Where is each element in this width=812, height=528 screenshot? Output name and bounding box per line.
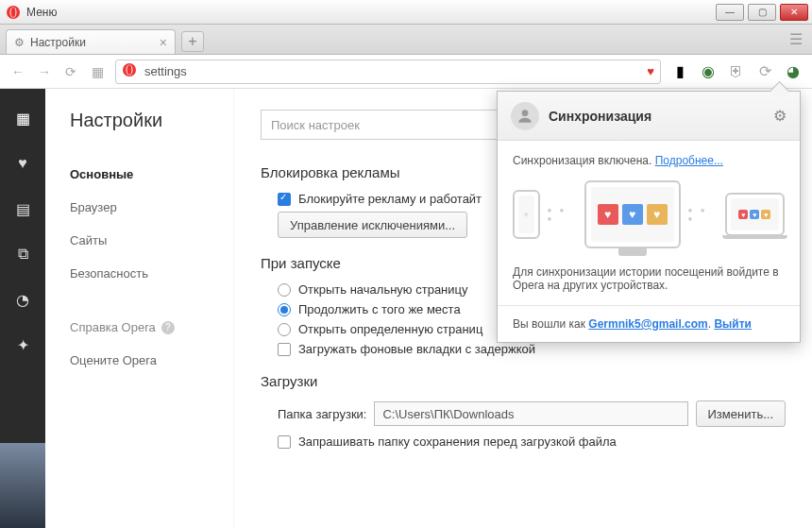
- sync-status-line: Синхронизация включена. Подробнее...: [513, 154, 785, 167]
- extension-icon-2[interactable]: ◉: [699, 62, 718, 81]
- window-close-button[interactable]: ✕: [780, 4, 808, 21]
- download-ask-row[interactable]: Запрашивать папку сохранения перед загру…: [278, 434, 786, 449]
- tab-settings[interactable]: ⚙ Настройки ×: [6, 29, 176, 54]
- startup-opt3-label: Открыть определенную страниц: [298, 322, 482, 336]
- checkbox-ask-download[interactable]: [278, 435, 291, 449]
- rail-bookmarks-icon[interactable]: ♥: [12, 153, 33, 174]
- opera-logo-icon[interactable]: [4, 3, 23, 22]
- url-text: settings: [144, 64, 187, 78]
- heart-icon: ♥: [750, 210, 759, 219]
- tab-menu-icon[interactable]: ☰: [789, 30, 803, 48]
- help-icon: ?: [161, 321, 175, 334]
- heart-icon: ♥: [738, 210, 748, 219]
- signed-in-as-text: Вы вошли как: [513, 317, 585, 331]
- search-placeholder: Поиск настроек: [271, 118, 360, 132]
- rail-extensions-icon[interactable]: ✦: [12, 334, 33, 355]
- adblock-checkbox[interactable]: [278, 193, 291, 206]
- sync-hint-text: Для синхронизации истории посещений войд…: [513, 265, 785, 292]
- download-path-row: Папка загрузки: Изменить...: [278, 400, 786, 427]
- help-label: Справка Opera: [70, 320, 156, 334]
- svg-point-2: [11, 8, 16, 17]
- sidebar-item-basic[interactable]: Основные: [70, 158, 233, 191]
- rail-tabs-icon[interactable]: ⧉: [12, 244, 33, 264]
- address-bar[interactable]: settings ♥: [115, 60, 661, 84]
- download-path-label: Папка загрузки:: [278, 407, 366, 421]
- dots-icon: ● ● ●: [688, 206, 718, 223]
- bookmark-heart-icon[interactable]: ♥: [647, 64, 654, 78]
- rail-history-icon[interactable]: ◔: [12, 289, 33, 310]
- tab-title: Настройки: [30, 36, 86, 49]
- radio-continue[interactable]: [278, 303, 291, 316]
- back-button[interactable]: ←: [9, 63, 26, 80]
- extension-icon-3[interactable]: ⛨: [727, 62, 746, 81]
- settings-sidebar: Настройки Основные Браузер Сайты Безопас…: [45, 89, 234, 528]
- new-tab-button[interactable]: +: [181, 31, 204, 52]
- laptop-icon: ♥ ♥ ♥: [725, 193, 785, 236]
- dots-icon: ● ● ●: [548, 206, 577, 223]
- sync-popover-header: Синхронизация ⚙: [498, 92, 800, 141]
- tab-strip: ⚙ Настройки × + ☰: [0, 25, 812, 55]
- rail-speed-dial-icon[interactable]: ▦: [12, 108, 33, 128]
- monitor-icon: ♥ ♥ ♥: [584, 180, 681, 248]
- sidebar-item-security[interactable]: Безопасность: [70, 257, 233, 290]
- window-titlebar: Меню — ▢ ✕: [0, 0, 812, 25]
- svg-point-6: [522, 110, 529, 116]
- sidebar-item-rate[interactable]: Оцените Opera: [70, 344, 233, 377]
- phone-icon: [513, 190, 540, 239]
- sidebar-item-sites[interactable]: Сайты: [70, 224, 233, 257]
- rail-background-image: [0, 443, 45, 528]
- startup-opt4-label: Загружать фоновые вкладки с задержкой: [298, 342, 535, 356]
- opera-icon: [122, 62, 137, 80]
- window-maximize-button[interactable]: ▢: [748, 4, 776, 21]
- change-path-button[interactable]: Изменить...: [696, 400, 786, 427]
- radio-open-specific[interactable]: [278, 323, 291, 336]
- rail-news-icon[interactable]: ▤: [12, 198, 33, 219]
- sync-popover-body: Синхронизация включена. Подробнее... ● ●…: [498, 141, 800, 305]
- toolbar: ← → ⟳ ▦ settings ♥ ▮ ◉ ⛨ ⟳ ◕: [0, 55, 812, 89]
- checkbox-lazy-tabs[interactable]: [278, 343, 291, 356]
- startup-opt4-row[interactable]: Загружать фоновые вкладки с задержкой: [278, 342, 786, 356]
- sidebar-item-browser[interactable]: Браузер: [70, 191, 233, 224]
- speed-dial-button[interactable]: ▦: [89, 63, 106, 80]
- download-path-input[interactable]: [374, 401, 687, 426]
- startup-opt1-label: Открыть начальную страницу: [298, 282, 468, 297]
- sidebar-item-help[interactable]: Справка Opera ?: [70, 311, 233, 344]
- window-minimize-button[interactable]: —: [716, 4, 744, 21]
- sync-popover-footer: Вы вошли как Germnik5@gmail.com. Выйти: [498, 305, 800, 342]
- sync-signout-link[interactable]: Выйти: [714, 317, 752, 331]
- tab-close-icon[interactable]: ×: [160, 35, 167, 50]
- adblock-label: Блокируйте рекламу и работайт: [298, 192, 482, 206]
- extension-icon-1[interactable]: ▮: [670, 62, 689, 81]
- sync-learn-more-link[interactable]: Подробнее...: [655, 154, 723, 167]
- sync-title: Синхронизация: [549, 109, 651, 124]
- sync-button[interactable]: ◕: [784, 62, 803, 81]
- gear-icon: ⚙: [14, 36, 25, 49]
- startup-opt2-label: Продолжить с того же места: [298, 302, 461, 316]
- heart-icon: ♥: [647, 204, 668, 225]
- heart-icon: ♥: [622, 204, 643, 225]
- svg-point-5: [127, 65, 132, 75]
- sync-enabled-text: Синхронизация включена.: [513, 154, 651, 167]
- menu-label[interactable]: Меню: [26, 6, 57, 19]
- sync-email-link[interactable]: Germnik5@gmail.com: [588, 317, 707, 331]
- section-downloads-title: Загрузки: [261, 373, 786, 389]
- reload-button[interactable]: ⟳: [62, 63, 79, 80]
- sync-popover: Синхронизация ⚙ Синхронизация включена. …: [497, 91, 801, 343]
- manage-exceptions-button[interactable]: Управление исключениями...: [278, 212, 467, 238]
- radio-open-startpage[interactable]: [278, 283, 291, 297]
- left-rail: ▦ ♥ ▤ ⧉ ◔ ✦: [0, 89, 45, 528]
- forward-button[interactable]: →: [36, 63, 53, 80]
- sync-devices-illustration: ● ● ● ♥ ♥ ♥ ● ● ● ♥ ♥ ♥: [513, 180, 785, 248]
- sync-settings-gear-icon[interactable]: ⚙: [773, 107, 787, 125]
- heart-icon: ♥: [598, 204, 618, 225]
- heart-icon: ♥: [761, 210, 770, 219]
- extension-icon-4[interactable]: ⟳: [755, 62, 774, 81]
- avatar-icon: [511, 102, 539, 130]
- download-ask-label: Запрашивать папку сохранения перед загру…: [298, 434, 617, 449]
- page-title: Настройки: [70, 110, 233, 131]
